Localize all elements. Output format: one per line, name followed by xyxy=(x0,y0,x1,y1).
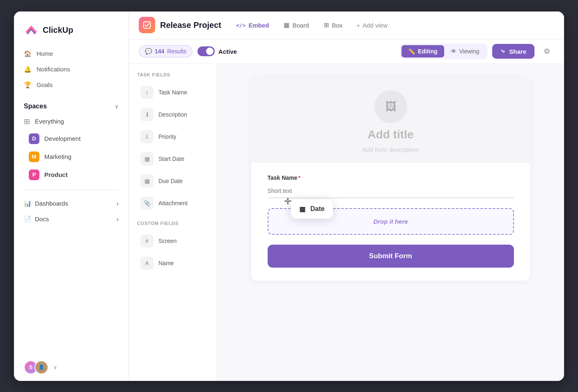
field-screen[interactable]: # Screen xyxy=(132,230,213,252)
share-button[interactable]: ⤷ Share xyxy=(492,44,534,59)
dashboards-icon: 📊 xyxy=(24,200,32,207)
sidebar-item-everything[interactable]: ⊞ Everything xyxy=(14,113,128,130)
board-icon: ▦ xyxy=(284,21,289,29)
gear-icon: ⚙ xyxy=(544,47,550,56)
screen-icon: # xyxy=(140,234,154,248)
tab-board[interactable]: ▦ Board xyxy=(277,18,315,32)
form-card: 🖼 Add title Add form description Task Na… xyxy=(251,77,530,281)
date-drag-icon: ▦ xyxy=(299,205,305,213)
project-icon xyxy=(139,17,155,33)
goals-icon: 🏆 xyxy=(24,81,32,89)
toggle-thumb xyxy=(206,48,213,55)
name-field-icon: A xyxy=(140,257,154,270)
field-task-name[interactable]: ↕ Task Name xyxy=(132,81,213,103)
sidebar-item-notifications[interactable]: 🔔 Notifications xyxy=(19,62,124,77)
sidebar-bottom: S 👤 ∨ xyxy=(14,354,128,381)
topbar: Release Project </> Embed ▦ Board ⊞ Box … xyxy=(129,11,564,39)
tab-box[interactable]: ⊞ Box xyxy=(317,18,349,32)
edit-pen-icon: ✏️ xyxy=(408,48,415,55)
marketing-dot: M xyxy=(29,151,39,162)
task-name-input[interactable] xyxy=(268,184,514,198)
field-due-date[interactable]: ▦ Due Date xyxy=(132,170,213,192)
results-badge[interactable]: 💬 144 Results xyxy=(139,45,193,57)
results-chat-icon: 💬 xyxy=(145,48,152,55)
active-toggle[interactable]: Active xyxy=(197,46,237,56)
due-date-icon: ▦ xyxy=(140,174,154,188)
toggle-track xyxy=(197,46,215,56)
field-name[interactable]: A Name xyxy=(132,252,213,274)
task-name-field: Task Name* xyxy=(268,174,514,198)
development-dot: D xyxy=(29,133,39,144)
attachment-icon: 📎 xyxy=(140,197,154,210)
everything-grid-icon: ⊞ xyxy=(24,117,30,126)
logo: ClickUp xyxy=(14,11,128,46)
notifications-icon: 🔔 xyxy=(24,66,32,73)
clickup-logo-icon xyxy=(24,23,39,38)
add-view-plus-icon: + xyxy=(356,22,360,29)
tab-viewing[interactable]: 👁 Viewing xyxy=(444,45,486,57)
spaces-title: Spaces xyxy=(24,103,47,110)
sidebar-item-docs[interactable]: 📄 Docs › xyxy=(14,211,128,227)
form-image-placeholder[interactable]: 🖼 xyxy=(374,90,407,123)
submit-form-button[interactable]: Submit Form xyxy=(268,245,514,268)
avatar-user: 👤 xyxy=(34,360,48,374)
sidebar-item-development[interactable]: D Development xyxy=(19,130,124,148)
required-star: * xyxy=(298,174,300,181)
image-icon: 🖼 xyxy=(385,100,397,113)
task-name-label: Task Name* xyxy=(268,174,514,181)
toolbar: 💬 144 Results Active ✏️ Editing 👁 Viewin… xyxy=(129,39,564,64)
spaces-header: Spaces ∨ xyxy=(14,98,128,113)
field-description[interactable]: ℹ Description xyxy=(132,103,213,126)
form-body: Task Name* Drop it here xyxy=(251,163,530,235)
tab-embed[interactable]: </> Embed xyxy=(229,18,276,32)
task-name-icon: ↕ xyxy=(140,86,154,99)
fields-panel: TASK FIELDS ↕ Task Name ℹ Description ⇩ … xyxy=(129,64,217,381)
start-date-icon: ▦ xyxy=(140,152,154,165)
settings-button[interactable]: ⚙ xyxy=(539,44,554,59)
priority-icon: ⇩ xyxy=(140,130,154,143)
drag-cursor-icon: ✛ xyxy=(284,196,291,207)
drag-tooltip: ▦ Date xyxy=(291,199,333,219)
share-icon: ⤷ xyxy=(500,48,506,55)
sidebar-item-home[interactable]: 🏠 Home xyxy=(19,46,124,62)
field-priority[interactable]: ⇩ Priority xyxy=(132,126,213,148)
content-area: TASK FIELDS ↕ Task Name ℹ Description ⇩ … xyxy=(129,64,564,381)
product-dot: P xyxy=(29,170,39,180)
form-title-placeholder[interactable]: Add title xyxy=(368,128,414,141)
form-area: 🖼 Add title Add form description Task Na… xyxy=(217,64,564,381)
project-title: Release Project xyxy=(160,21,221,30)
docs-chevron-icon: › xyxy=(117,215,119,222)
sidebar-item-dashboards[interactable]: 📊 Dashboards › xyxy=(14,196,128,211)
docs-icon: 📄 xyxy=(24,215,32,223)
logo-text: ClickUp xyxy=(43,25,73,35)
form-header: 🖼 Add title Add form description xyxy=(251,77,530,163)
sidebar-divider xyxy=(24,190,119,190)
box-icon: ⊞ xyxy=(324,21,329,29)
description-icon: ℹ xyxy=(140,108,154,121)
tab-editing[interactable]: ✏️ Editing xyxy=(401,45,444,57)
embed-icon: </> xyxy=(236,22,245,28)
avatar-group: S 👤 xyxy=(24,360,48,374)
mode-tabs: ✏️ Editing 👁 Viewing xyxy=(400,44,487,59)
project-box-icon xyxy=(142,21,151,30)
custom-fields-title: CUSTOM FIELDS xyxy=(129,221,217,230)
add-view-button[interactable]: + Add view xyxy=(351,18,393,32)
topbar-views: </> Embed ▦ Board ⊞ Box + Add view xyxy=(229,18,554,32)
avatar-chevron-icon[interactable]: ∨ xyxy=(53,364,57,370)
eye-icon: 👁 xyxy=(451,48,456,55)
task-fields-title: TASK FIELDS xyxy=(129,72,217,81)
active-label: Active xyxy=(218,48,237,55)
dashboards-chevron-icon: › xyxy=(117,200,119,207)
sidebar-item-product[interactable]: P Product xyxy=(19,166,124,184)
svg-rect-0 xyxy=(144,22,150,28)
sidebar-item-marketing[interactable]: M Marketing xyxy=(19,148,124,166)
field-start-date[interactable]: ▦ Start Date xyxy=(132,148,213,170)
spaces-chevron-icon[interactable]: ∨ xyxy=(115,103,119,110)
form-desc-placeholder[interactable]: Add form description xyxy=(362,146,419,153)
home-icon: 🏠 xyxy=(24,50,32,57)
sidebar: ClickUp 🏠 Home 🔔 Notifications 🏆 Goals S… xyxy=(14,11,129,381)
main-content: Release Project </> Embed ▦ Board ⊞ Box … xyxy=(129,11,564,381)
sidebar-item-goals[interactable]: 🏆 Goals xyxy=(19,77,124,93)
main-nav: 🏠 Home 🔔 Notifications 🏆 Goals xyxy=(14,46,128,93)
field-attachment[interactable]: 📎 Attachment xyxy=(132,192,213,214)
